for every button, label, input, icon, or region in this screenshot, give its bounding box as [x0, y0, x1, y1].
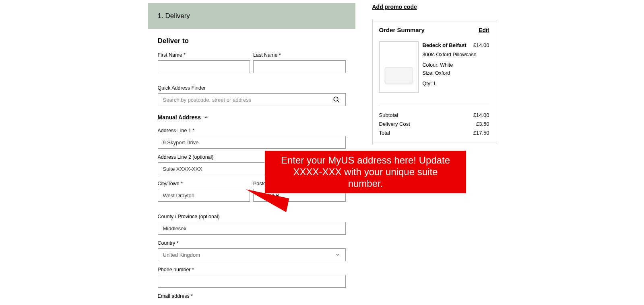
- product-name: 300tc Oxford Pillowcase: [423, 51, 489, 59]
- first-name-input[interactable]: [158, 60, 250, 73]
- city-input[interactable]: [158, 189, 250, 202]
- country-select[interactable]: United Kingdom: [158, 248, 346, 261]
- product-row: Bedeck of Belfast 300tc Oxford Pillowcas…: [379, 41, 489, 105]
- chevron-up-icon: [203, 115, 209, 120]
- edit-link[interactable]: Edit: [479, 27, 489, 33]
- deliver-to-heading: Deliver to: [158, 37, 346, 45]
- subtotal-label: Subtotal: [379, 111, 398, 120]
- product-qty: Qty: 1: [423, 80, 489, 88]
- phone-input[interactable]: [158, 275, 346, 288]
- delivery-value: £3.50: [476, 120, 489, 129]
- last-name-label: Last Name *: [253, 52, 346, 58]
- order-summary-box: Order Summary Edit Bedeck of Belfast 300…: [372, 20, 496, 144]
- delivery-step-header: 1. Delivery: [148, 3, 355, 29]
- delivery-label: Delivery Cost: [379, 120, 410, 129]
- quick-address-input[interactable]: [158, 93, 346, 106]
- summary-title: Order Summary: [379, 27, 425, 33]
- country-label: Country *: [158, 240, 346, 246]
- address-line-1-input[interactable]: [158, 136, 346, 149]
- city-label: City/Town *: [158, 181, 250, 186]
- product-image: [379, 41, 419, 93]
- subtotal-value: £14.00: [473, 111, 489, 120]
- quick-address-label: Quick Address Finder: [158, 85, 346, 91]
- last-name-input[interactable]: [253, 60, 346, 73]
- manual-address-label: Manual Address: [158, 114, 201, 121]
- county-label: County / Province (optional): [158, 214, 346, 219]
- manual-address-toggle[interactable]: Manual Address: [158, 114, 209, 121]
- address-line-1-label: Address Line 1 *: [158, 128, 346, 133]
- pillow-icon: [385, 67, 413, 83]
- product-size: Size: Oxford: [423, 69, 489, 77]
- total-value: £17.50: [473, 129, 489, 137]
- product-price: £14.00: [473, 41, 489, 50]
- product-colour: Colour: White: [423, 61, 489, 69]
- callout-text: Enter your MyUS address here! Update XXX…: [277, 155, 454, 189]
- county-input[interactable]: [158, 222, 346, 235]
- phone-label: Phone number *: [158, 267, 346, 272]
- totals: Subtotal £14.00 Delivery Cost £3.50 Tota…: [379, 111, 489, 137]
- chevron-down-icon: [335, 252, 341, 258]
- first-name-label: First Name *: [158, 52, 250, 58]
- step-title: 1. Delivery: [158, 12, 190, 20]
- country-value: United Kingdom: [163, 252, 200, 258]
- email-label: Email address *: [158, 293, 346, 299]
- instruction-callout: Enter your MyUS address here! Update XXX…: [265, 151, 466, 193]
- add-promo-link[interactable]: Add promo code: [372, 4, 417, 10]
- total-label: Total: [379, 129, 390, 137]
